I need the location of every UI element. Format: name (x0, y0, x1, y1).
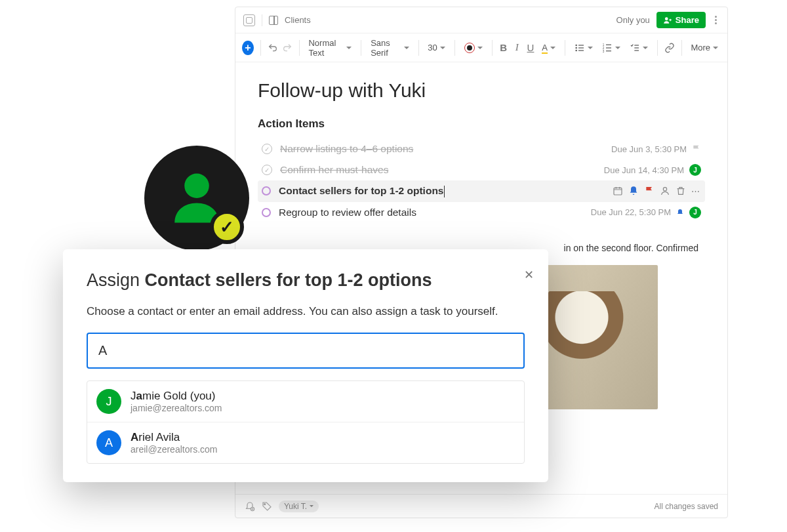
more-icon[interactable]: ⋯ (691, 186, 701, 196)
flag-icon (692, 144, 701, 153)
note-title[interactable]: Follow-up with Yuki (258, 79, 705, 102)
add-tag-icon[interactable] (262, 501, 272, 512)
svg-point-2 (575, 47, 577, 49)
link-icon[interactable] (664, 42, 675, 54)
redo-icon[interactable] (282, 42, 293, 54)
task-row-selected[interactable]: Contact sellers for top 1-2 options ⋯ (258, 180, 705, 202)
add-reminder-icon[interactable] (245, 501, 255, 512)
avatar: A (96, 430, 121, 455)
formatting-toolbar: + Normal Text Sans Serif 30 B I U A 123 … (235, 33, 727, 62)
check-icon[interactable] (262, 165, 272, 175)
contact-email: jamie@zerealtors.com (131, 403, 222, 413)
paragraph-style-dropdown[interactable]: Normal Text (306, 37, 354, 59)
assignee-avatar: J (689, 164, 701, 176)
checklist-dropdown[interactable] (627, 41, 651, 54)
breadcrumb[interactable]: Clients (285, 15, 311, 25)
contact-option[interactable]: A Ariel Avila areil@zerealtors.com (87, 422, 524, 463)
radio-icon[interactable] (262, 208, 271, 217)
svg-rect-4 (578, 45, 584, 45)
check-icon[interactable] (262, 144, 272, 154)
svg-rect-11 (606, 47, 611, 48)
trash-icon[interactable] (676, 186, 686, 196)
svg-rect-13 (634, 45, 639, 45)
svg-point-0 (665, 17, 668, 20)
radio-icon[interactable] (262, 186, 271, 195)
font-family-dropdown[interactable]: Sans Serif (368, 37, 411, 59)
assignee-avatar: J (689, 207, 701, 218)
visibility-label: Only you (616, 15, 650, 25)
person-tag[interactable]: Yuki T. (279, 501, 319, 512)
contact-name: Ariel Avila (131, 431, 217, 444)
assign-feature-badge (144, 146, 249, 251)
reminder-small-icon (676, 209, 684, 216)
svg-rect-10 (606, 44, 611, 45)
topbar: Clients Only you Share (235, 7, 727, 33)
bold-button[interactable]: B (498, 42, 508, 54)
close-icon[interactable]: ✕ (524, 268, 534, 282)
svg-rect-6 (578, 50, 584, 51)
reminder-icon[interactable] (628, 186, 639, 196)
contact-suggestions: J Jamie Gold (you) jamie@zerealtors.com … (87, 380, 525, 464)
overflow-menu-icon[interactable] (712, 13, 719, 27)
task-row[interactable]: Narrow listings to 4–6 options Due Jun 3… (258, 138, 705, 159)
svg-rect-14 (634, 47, 639, 48)
contact-name: Jamie Gold (you) (131, 390, 222, 403)
task-row[interactable]: Confirm her must-haves Due Jun 14, 4:30 … (258, 159, 705, 180)
expand-icon[interactable] (243, 14, 255, 26)
svg-rect-5 (578, 47, 584, 48)
assign-icon[interactable] (660, 186, 670, 196)
svg-point-3 (575, 49, 577, 51)
contact-option[interactable]: J Jamie Gold (you) jamie@zerealtors.com (87, 381, 524, 422)
save-status: All changes saved (655, 502, 718, 511)
contact-input[interactable] (87, 333, 525, 369)
highlight-dropdown[interactable]: A (539, 41, 558, 54)
person-add-icon (663, 16, 672, 25)
notebook-icon[interactable] (269, 16, 278, 25)
dialog-title: Assign Contact sellers for top 1-2 optio… (87, 270, 525, 291)
svg-point-1 (575, 44, 577, 46)
contact-email: areil@zerealtors.com (131, 444, 217, 455)
checkmark-badge-icon (210, 210, 244, 244)
svg-rect-15 (634, 50, 639, 51)
share-button[interactable]: Share (656, 12, 706, 28)
footer: Yuki T. All changes saved (235, 494, 727, 518)
calendar-icon[interactable] (613, 186, 623, 196)
svg-rect-12 (606, 51, 611, 51)
underline-button[interactable]: U (526, 42, 536, 54)
flag-icon[interactable] (644, 186, 655, 196)
svg-rect-16 (614, 188, 622, 195)
more-dropdown[interactable]: More (688, 41, 721, 54)
svg-point-17 (663, 188, 666, 191)
section-heading: Action Items (258, 117, 705, 131)
text-color-dropdown[interactable] (462, 41, 485, 54)
bullet-list-dropdown[interactable] (572, 41, 595, 54)
font-size-dropdown[interactable]: 30 (425, 41, 447, 54)
undo-icon[interactable] (268, 42, 278, 54)
task-row[interactable]: Regroup to review offer details Due Jun … (258, 202, 705, 223)
avatar: J (96, 389, 121, 414)
svg-point-19 (264, 503, 266, 504)
numbered-list-dropdown[interactable]: 123 (599, 41, 623, 54)
svg-point-20 (184, 174, 209, 199)
assign-dialog: ✕ Assign Contact sellers for top 1-2 opt… (63, 249, 548, 482)
insert-button[interactable]: + (242, 41, 254, 55)
svg-text:3: 3 (602, 49, 604, 52)
italic-button[interactable]: I (512, 42, 522, 54)
dialog-subtitle: Choose a contact or enter an email addre… (87, 305, 525, 318)
